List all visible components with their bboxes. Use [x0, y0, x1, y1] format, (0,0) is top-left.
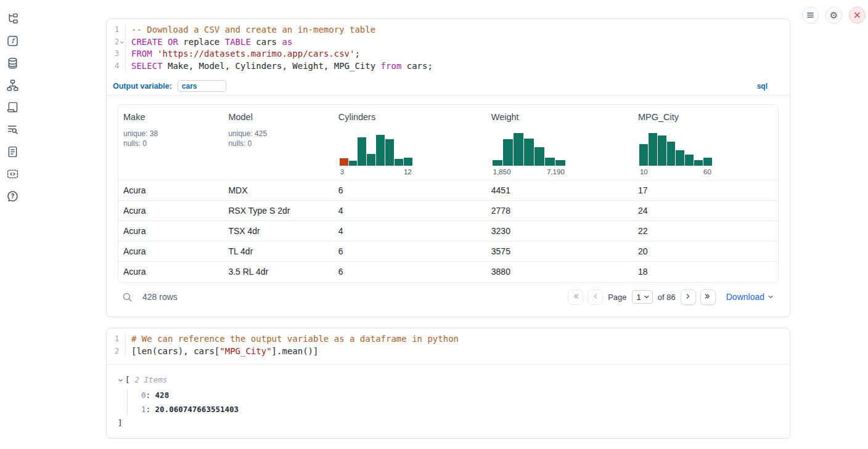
column-histogram: 312	[340, 133, 412, 176]
output-variable-label: Output variable:	[113, 82, 172, 91]
shutdown-button[interactable]	[849, 7, 866, 23]
hist-bar	[545, 158, 555, 166]
chevron-down-icon	[768, 292, 774, 302]
histogram-axis-labels: 1060	[639, 168, 712, 176]
table-row[interactable]: AcuraMDX6445117	[118, 180, 778, 201]
table-row[interactable]: AcuraTL 4dr6357520	[118, 241, 778, 262]
code-text: CREATE OR replace TABLE cars as	[126, 36, 292, 49]
column-header-weight[interactable]: Weight1,8507,190	[486, 105, 633, 180]
table-footer: 428 rows Page 1 of 86	[118, 289, 779, 305]
tree-header[interactable]: [2 Items	[118, 374, 790, 386]
table-cell: Acura	[118, 185, 223, 195]
entry-index: 0	[141, 390, 146, 400]
table-cell: Acura	[118, 206, 223, 216]
code-line: 2[len(cars), cars["MPG_City"].mean()]	[107, 346, 790, 358]
chevrons-left-icon	[571, 292, 580, 302]
code-line: 2CREATE OR replace TABLE cars as	[107, 36, 790, 49]
chevron-down-icon[interactable]	[118, 378, 123, 383]
table-cell: Acura	[118, 267, 223, 277]
hist-bar	[667, 142, 676, 166]
dependency-graph-icon[interactable]	[6, 79, 19, 92]
fold-spacer	[119, 24, 125, 36]
chevrons-right-icon	[703, 292, 712, 302]
python-code-editor[interactable]: 1# We can reference the output variable …	[107, 328, 790, 365]
table-row[interactable]: Acura3.5 RL 4dr6388018	[118, 262, 778, 282]
next-page-button[interactable]	[681, 289, 696, 305]
table-cell: 24	[633, 206, 778, 216]
line-number-gutter: 1	[107, 24, 126, 36]
code-text: FROM 'https://datasets.marimo.app/cars.c…	[126, 48, 360, 60]
chevron-down-icon	[644, 293, 650, 302]
axis-label: 1,850	[493, 168, 511, 176]
sql-cell: 1-- Download a CSV and create an in-memo…	[106, 18, 790, 317]
output-variable-input[interactable]	[178, 80, 226, 92]
page-select-value: 1	[637, 293, 641, 302]
axis-label: 7,190	[547, 168, 565, 176]
histogram-axis-labels: 1,8507,190	[493, 168, 565, 176]
entry-colon: :	[146, 405, 155, 414]
code-text: [len(cars), cars["MPG_City"].mean()]	[126, 346, 318, 358]
svg-text:f: f	[11, 36, 15, 45]
settings-button[interactable]: ⚙	[825, 7, 842, 23]
hist-bar	[395, 159, 403, 166]
prev-page-button[interactable]	[588, 289, 603, 305]
close-bracket: ]	[118, 417, 790, 429]
column-name: Weight	[491, 112, 633, 122]
page-select[interactable]: 1	[632, 290, 653, 304]
histogram-bars	[340, 133, 412, 166]
page-total-label: of 86	[658, 293, 676, 302]
table-cell: 3575	[486, 246, 633, 256]
scratchpad-icon[interactable]	[6, 101, 19, 114]
histogram-bars	[493, 133, 565, 166]
table-cell: Acura	[118, 246, 223, 256]
hist-bar	[340, 158, 348, 166]
datasources-icon[interactable]	[6, 57, 19, 70]
column-stat: unique: 425	[228, 129, 333, 139]
table-cell: 4	[334, 226, 486, 236]
hist-bar	[685, 155, 694, 166]
line-number-gutter: 3	[107, 48, 126, 60]
code-line: 3FROM 'https://datasets.marimo.app/cars.…	[107, 48, 790, 60]
file-tree-icon[interactable]	[6, 12, 19, 25]
column-header-cylinders[interactable]: Cylinders312	[334, 105, 486, 180]
gear-icon: ⚙	[830, 10, 838, 20]
row-count: 428 rows	[142, 292, 178, 302]
last-page-button[interactable]	[700, 289, 716, 305]
line-number: 4	[107, 60, 119, 73]
close-icon	[854, 12, 861, 18]
first-page-button[interactable]	[568, 289, 583, 305]
table-cell: TL 4dr	[223, 246, 333, 256]
column-header-mpg_city[interactable]: MPG_City1060	[633, 105, 778, 180]
table-cell: 20	[633, 246, 778, 256]
functions-icon[interactable]: f	[6, 34, 19, 47]
download-button[interactable]: Download	[726, 292, 774, 302]
histogram-axis-labels: 312	[340, 168, 412, 176]
data-table: Makeunique: 38nulls: 0Modelunique: 425nu…	[118, 104, 779, 283]
code-line: 4SELECT Make, Model, Cylinders, Weight, …	[107, 60, 790, 73]
line-number-gutter: 2	[107, 346, 126, 358]
fold-spacer	[119, 333, 125, 346]
python-cell: 1# We can reference the output variable …	[106, 328, 790, 439]
column-header-make[interactable]: Makeunique: 38nulls: 0	[118, 105, 223, 180]
table-row[interactable]: AcuraTSX 4dr4323022	[118, 221, 778, 241]
hist-bar	[649, 133, 657, 166]
snippets-icon[interactable]	[6, 168, 19, 180]
table-row[interactable]: AcuraRSX Type S 2dr4277824	[118, 201, 778, 221]
line-number: 3	[107, 48, 119, 60]
documentation-icon[interactable]	[6, 145, 19, 158]
column-name: Model	[228, 112, 333, 122]
code-line: 1# We can reference the output variable …	[107, 333, 790, 346]
search-icon[interactable]	[122, 292, 133, 302]
sql-code-editor[interactable]: 1-- Download a CSV and create an in-memo…	[107, 19, 790, 78]
hist-bar	[524, 139, 534, 166]
help-icon[interactable]: ?	[6, 190, 19, 203]
logs-icon[interactable]	[6, 123, 19, 136]
tree-entry: 1: 20.060747663551403	[118, 403, 790, 417]
menu-button[interactable]	[802, 7, 819, 23]
column-header-model[interactable]: Modelunique: 425nulls: 0	[223, 105, 333, 180]
download-label: Download	[726, 292, 764, 302]
hist-bar	[534, 147, 544, 166]
code-text: # We can reference the output variable a…	[126, 333, 459, 346]
column-stats: unique: 38nulls: 0	[123, 129, 223, 149]
fold-chevron-icon[interactable]	[119, 36, 125, 49]
